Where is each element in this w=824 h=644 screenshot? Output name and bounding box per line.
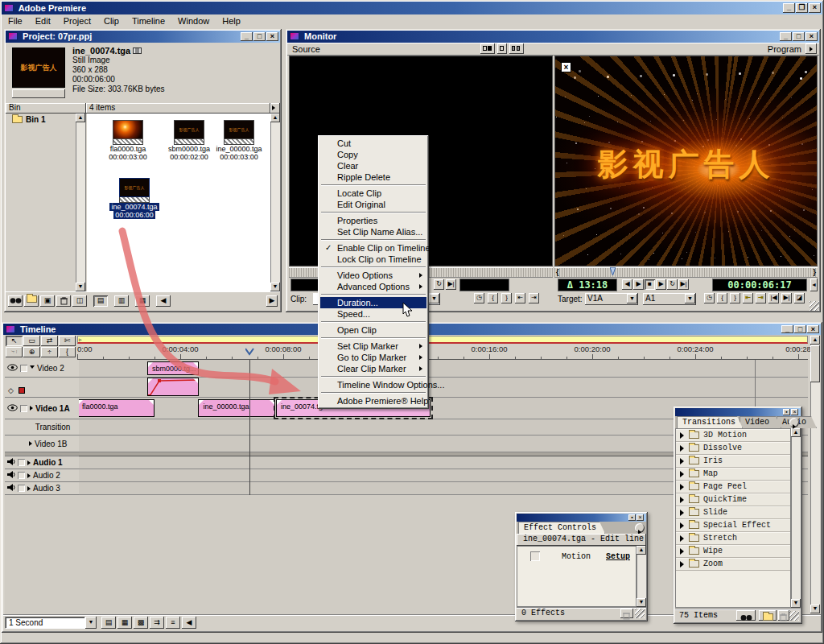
close-icon[interactable]: × bbox=[637, 514, 644, 521]
context-menu-item-video-options[interactable]: Video Options bbox=[320, 270, 426, 281]
menu-file[interactable]: File bbox=[2, 14, 29, 26]
speaker-icon[interactable] bbox=[7, 471, 15, 480]
expand-arrow-icon[interactable] bbox=[27, 486, 31, 491]
bin-item-sbm0000.tga[interactable]: 影视广告人sbm0000.tga00:00:02:00 bbox=[161, 120, 217, 161]
target-video-select[interactable]: V1A▼ bbox=[585, 293, 638, 305]
transitions-scrollbar[interactable]: ▲ ▼ bbox=[791, 428, 801, 608]
track-header-transition[interactable]: Transition bbox=[5, 419, 79, 436]
expand-arrow-icon[interactable] bbox=[680, 548, 684, 555]
overlay-icon[interactable]: ⇥ bbox=[756, 293, 766, 303]
context-menu-item-timeline-window-options[interactable]: Timeline Window Options... bbox=[320, 379, 426, 390]
marker-menu-icon[interactable]: ◷ bbox=[474, 293, 484, 303]
expand-arrow-icon[interactable] bbox=[680, 471, 684, 477]
track-header-audio-1[interactable]: Audio 1 bbox=[5, 456, 79, 469]
previous-edit-icon[interactable]: |◀ bbox=[768, 293, 779, 303]
mark-in-icon[interactable]: { bbox=[717, 293, 727, 303]
insert-icon[interactable]: ⇤ bbox=[515, 293, 525, 303]
header-scroll-right-button[interactable] bbox=[270, 103, 280, 114]
scroll-down-icon[interactable]: ▼ bbox=[810, 605, 820, 613]
context-menu-item-speed[interactable]: Speed... bbox=[320, 308, 426, 320]
expand-arrow-icon[interactable] bbox=[680, 561, 684, 568]
track-header-audio-2[interactable]: Audio 2 bbox=[5, 469, 79, 482]
frame-forward-button[interactable]: ▶ bbox=[633, 279, 644, 290]
scrollbar-thumb[interactable] bbox=[810, 345, 820, 382]
transition-folder-special-effect[interactable]: Special Effect bbox=[676, 519, 790, 532]
maximize-button[interactable]: □ bbox=[253, 32, 266, 41]
monitor-menu-button[interactable] bbox=[805, 43, 817, 54]
sync-mode-button[interactable]: ≡ bbox=[166, 617, 180, 629]
resize-button[interactable]: ◫ bbox=[72, 295, 87, 307]
scroll-down-icon[interactable]: ▼ bbox=[791, 599, 801, 608]
palette-titlebar[interactable]: ▪ × bbox=[675, 408, 801, 416]
expand-arrow-icon[interactable] bbox=[27, 460, 31, 465]
next-edit-icon[interactable]: ▶| bbox=[781, 293, 792, 303]
timeline-clip-fla0000-tga[interactable]: fla0000.tga bbox=[77, 399, 154, 417]
track-header-video-1a[interactable]: Video 1A bbox=[5, 398, 79, 419]
context-menu-item-open-clip[interactable]: Open Clip bbox=[320, 324, 426, 336]
transition-folder-slide[interactable]: Slide bbox=[676, 506, 790, 519]
minimize-icon[interactable]: ▪ bbox=[783, 409, 790, 415]
overlay-icon[interactable]: ⇥ bbox=[529, 293, 539, 303]
resize-grip[interactable] bbox=[789, 611, 799, 621]
new-folder-button[interactable] bbox=[759, 610, 777, 621]
context-menu-item-adobe-premiere-help[interactable]: Adobe Premiere® Help bbox=[320, 395, 426, 407]
close-icon[interactable]: × bbox=[791, 409, 798, 415]
setup-link[interactable]: Setup bbox=[606, 552, 630, 561]
find-button[interactable] bbox=[8, 295, 23, 307]
menu-timeline[interactable]: Timeline bbox=[126, 14, 171, 26]
bin-item-ine_00000.tga[interactable]: 影视广告人ine_00000.tga00:00:03:00 bbox=[211, 120, 267, 161]
expand-arrow-icon[interactable] bbox=[27, 473, 31, 478]
time-zoom-select[interactable]: 1 Second bbox=[5, 617, 85, 629]
transition-folder-dissolve[interactable]: Dissolve bbox=[676, 442, 790, 455]
new-item-button[interactable]: ▣ bbox=[40, 295, 55, 307]
next-edit-button[interactable]: ▶| bbox=[678, 279, 689, 290]
list-view-button[interactable]: ▥ bbox=[114, 295, 129, 307]
menu-help[interactable]: Help bbox=[216, 14, 247, 26]
expand-arrow-icon[interactable] bbox=[680, 445, 684, 452]
program-position-marker[interactable] bbox=[610, 267, 616, 275]
scroll-right-button[interactable]: ▶ bbox=[266, 295, 278, 307]
program-ruler[interactable]: { } bbox=[554, 267, 818, 278]
context-menu-item-set-clip-marker[interactable]: Set Clip Marker bbox=[320, 341, 426, 352]
lock-checkbox[interactable] bbox=[20, 405, 27, 412]
play-button[interactable]: ▶ bbox=[656, 279, 666, 290]
transition-folder-page-peel[interactable]: Page Peel bbox=[676, 481, 790, 493]
delete-button[interactable] bbox=[778, 610, 789, 621]
lock-checkbox[interactable] bbox=[18, 459, 25, 466]
expand-arrow-icon[interactable] bbox=[680, 497, 684, 503]
items-scrollbar[interactable]: ▲ ▼ bbox=[270, 114, 280, 291]
speaker-icon[interactable] bbox=[7, 484, 15, 493]
scroll-up-icon[interactable]: ▲ bbox=[76, 114, 85, 122]
context-menu-item-go-to-clip-marker[interactable]: Go to Clip Marker bbox=[320, 352, 426, 363]
transition-folder-map[interactable]: Map bbox=[676, 468, 790, 481]
project-titlebar[interactable]: Project: 07pr.ppj _ □ × bbox=[6, 31, 280, 43]
single-view-button[interactable] bbox=[497, 43, 507, 54]
transition-folder-wipe[interactable]: Wipe bbox=[676, 545, 790, 558]
scroll-down-icon[interactable]: ▼ bbox=[76, 283, 85, 291]
scroll-up-icon[interactable]: ▲ bbox=[270, 114, 280, 122]
scroll-down-icon[interactable]: ▼ bbox=[270, 283, 280, 291]
tab-transitions[interactable]: Transitions bbox=[677, 416, 743, 428]
expand-arrow-icon[interactable] bbox=[680, 535, 684, 542]
icon-view-button[interactable]: ▤ bbox=[93, 295, 108, 307]
stop-button[interactable]: ■ bbox=[645, 279, 655, 290]
context-menu-item-properties[interactable]: Properties bbox=[320, 215, 426, 226]
expand-arrow-icon[interactable] bbox=[680, 510, 684, 516]
track-lane-v2[interactable]: sbm0000.tg... bbox=[79, 360, 808, 378]
delete-button[interactable] bbox=[620, 609, 633, 618]
minimize-button[interactable]: _ bbox=[241, 32, 253, 41]
tab-effect-controls[interactable]: Effect Controls bbox=[518, 522, 605, 534]
menu-edit[interactable]: Edit bbox=[29, 14, 57, 26]
bin-folder-item[interactable]: Bin 1 bbox=[6, 114, 85, 124]
keyframe-nav-icon[interactable]: ◇ bbox=[8, 386, 14, 394]
expand-arrow-icon[interactable] bbox=[680, 522, 684, 529]
context-menu-item-advanced-options[interactable]: Advanced Options bbox=[320, 281, 426, 292]
bin-scrollbar[interactable]: ▲ ▼ bbox=[76, 114, 85, 291]
expand-arrow-icon[interactable] bbox=[680, 432, 684, 439]
minimize-icon[interactable]: ▪ bbox=[628, 514, 636, 521]
edit-line[interactable] bbox=[249, 360, 250, 495]
effect-enable-checkbox[interactable] bbox=[530, 551, 540, 561]
expand-arrow-icon[interactable] bbox=[680, 484, 684, 490]
insert-icon[interactable]: ⇤ bbox=[743, 293, 753, 303]
track-header-video-2[interactable]: Video 2 bbox=[5, 360, 79, 378]
